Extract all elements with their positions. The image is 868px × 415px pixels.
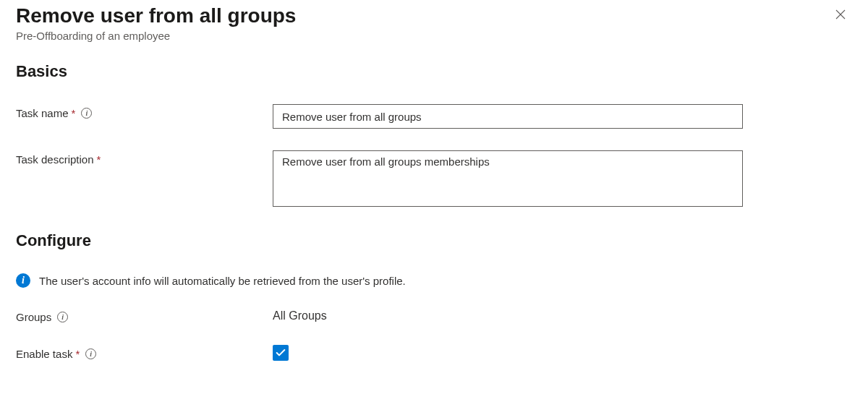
page-subtitle: Pre-Offboarding of an employee xyxy=(16,30,296,42)
basics-heading: Basics xyxy=(16,62,852,81)
close-icon xyxy=(834,8,847,21)
task-name-input[interactable] xyxy=(273,104,743,129)
info-icon[interactable]: i xyxy=(57,312,68,322)
required-indicator: * xyxy=(75,348,80,360)
configure-info-message: The user's account info will automatical… xyxy=(39,275,406,287)
required-indicator: * xyxy=(97,153,101,166)
info-icon: i xyxy=(16,273,30,288)
task-description-label: Task description xyxy=(16,153,94,166)
task-description-input[interactable]: Remove user from all groups memberships xyxy=(273,150,743,207)
task-name-label: Task name xyxy=(16,107,69,119)
required-indicator: * xyxy=(72,107,76,119)
info-icon[interactable]: i xyxy=(81,108,92,119)
groups-label: Groups xyxy=(16,311,51,323)
groups-value: All Groups xyxy=(273,308,743,322)
check-icon xyxy=(275,347,286,359)
close-button[interactable] xyxy=(829,3,852,26)
page-title: Remove user from all groups xyxy=(16,3,296,28)
info-icon[interactable]: i xyxy=(85,348,96,359)
configure-heading: Configure xyxy=(16,231,852,250)
enable-task-label: Enable task xyxy=(16,348,72,360)
enable-task-checkbox[interactable] xyxy=(273,345,289,361)
